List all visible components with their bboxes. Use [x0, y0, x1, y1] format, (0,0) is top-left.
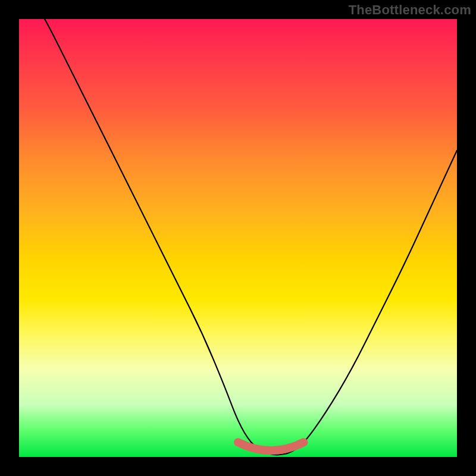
chart-frame: TheBottleneck.com: [0, 0, 476, 476]
watermark-text: TheBottleneck.com: [349, 2, 471, 18]
plot-area: [19, 19, 457, 457]
bottleneck-curve-path: [19, 0, 457, 455]
curve-layer: [19, 19, 457, 457]
optimal-band-path: [238, 442, 303, 450]
